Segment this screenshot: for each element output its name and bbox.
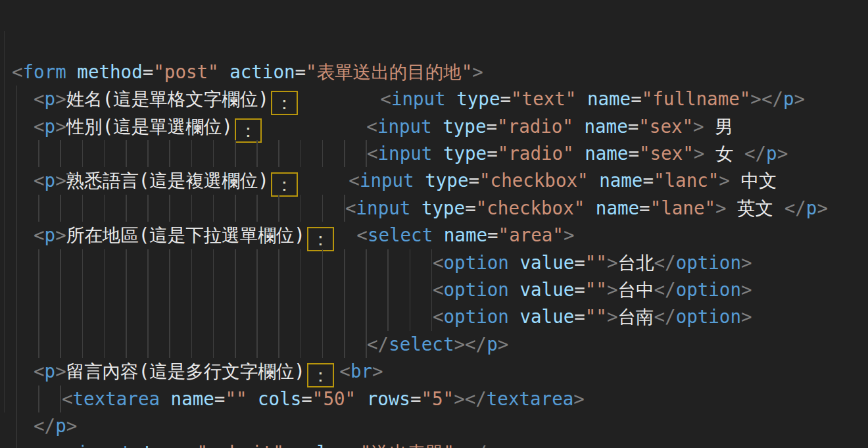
- indent-guides: [12, 222, 34, 249]
- token-attribute: name: [585, 197, 639, 218]
- token-punctuation: <: [34, 442, 45, 448]
- code-line-8[interactable]: <option value="">台北</option>: [12, 249, 868, 276]
- token-tag: p: [55, 415, 66, 436]
- spacer: [301, 86, 380, 112]
- token-punctuation: >: [55, 170, 66, 191]
- token-tag: br: [350, 361, 372, 382]
- token-tag: option: [444, 306, 509, 327]
- indent-guides: [12, 167, 34, 194]
- token-operator: =: [639, 197, 650, 218]
- token-string: "fullname": [642, 88, 751, 109]
- code-line-7[interactable]: <p>所在地區(這是下拉選單欄位)：<select name="area">: [12, 222, 868, 249]
- token-tag: textarea: [487, 388, 573, 409]
- token-operator: =: [628, 143, 639, 164]
- token-attribute: type: [432, 116, 487, 137]
- token-operator: =: [468, 170, 479, 191]
- code-line-6[interactable]: <input type="checkbox" name="lane"> 英文 <…: [12, 195, 868, 222]
- token-punctuation: >: [454, 334, 465, 355]
- indent-guides: [12, 303, 433, 330]
- token-string: "lanc": [654, 170, 719, 191]
- token-string: "sex": [639, 116, 693, 137]
- code-line-10[interactable]: <option value="">台南</option>: [12, 303, 868, 330]
- token-punctuation: >: [66, 415, 78, 436]
- token-tag: p: [45, 224, 56, 245]
- code-line-13[interactable]: <textarea name="" cols="50" rows="5"></t…: [12, 386, 868, 412]
- token-string: "": [225, 388, 247, 409]
- token-operator: =: [214, 388, 226, 409]
- token-string: "area": [498, 224, 564, 245]
- token-tag: select: [368, 224, 433, 245]
- token-punctuation: </: [465, 442, 487, 448]
- indent-guides: [12, 113, 34, 140]
- token-punctuation: >: [55, 361, 66, 382]
- token-punctuation: >: [715, 197, 727, 218]
- token-tag: p: [766, 143, 777, 164]
- code-line-2[interactable]: <p>姓名(這是單格文字欄位)：<input type="text" name=…: [12, 86, 868, 112]
- token-punctuation: </: [654, 279, 676, 300]
- token-text: 姓名(這是單格文字欄位): [66, 88, 269, 109]
- token-operator: =: [186, 442, 197, 448]
- token-string: "submit": [197, 442, 283, 448]
- token-operator: =: [574, 306, 585, 327]
- code-line-4[interactable]: <input type="radio" name="sex"> 女 </p>: [12, 140, 868, 167]
- token-punctuation: >: [55, 88, 66, 109]
- token-operator: =: [410, 388, 422, 409]
- token-string: "50": [312, 388, 356, 409]
- token-punctuation: >: [55, 116, 66, 137]
- token-punctuation: <: [345, 197, 356, 218]
- token-string: "checkbox": [476, 197, 585, 218]
- code-line-9[interactable]: <option value="">台中</option>: [12, 276, 868, 303]
- code-line-12[interactable]: <p>留言內容(這是多行文字欄位)：<br>: [12, 358, 868, 385]
- code-editor[interactable]: <form method="post" action="表單送出的目的地"><p…: [0, 0, 868, 448]
- indent-guides: [12, 358, 34, 385]
- indent-guides: [12, 386, 62, 412]
- token-attribute: type: [132, 442, 186, 448]
- token-operator: =: [486, 116, 497, 137]
- token-attribute: name: [433, 224, 487, 245]
- token-punctuation: <: [34, 361, 45, 382]
- code-line-14[interactable]: </p>: [12, 412, 868, 439]
- token-punctuation: </: [744, 143, 766, 164]
- token-string: "sex": [639, 143, 694, 164]
- indent-guides: [12, 276, 433, 303]
- token-tag: p: [487, 334, 498, 355]
- token-attribute: type: [414, 170, 469, 191]
- token-text: 熟悉語言(這是複選欄位): [66, 170, 269, 191]
- token-tag: select: [389, 334, 454, 355]
- token-string: "": [585, 252, 607, 273]
- indent-guides: [12, 140, 367, 167]
- token-punctuation: </: [654, 306, 676, 327]
- token-operator: =: [295, 61, 306, 82]
- token-punctuation: </: [34, 415, 55, 436]
- token-attribute: value: [509, 306, 574, 327]
- token-attribute: type: [410, 197, 465, 218]
- token-operator: =: [349, 442, 360, 448]
- token-punctuation: >: [694, 143, 705, 164]
- token-punctuation: >: [372, 361, 383, 382]
- token-text: 男: [704, 116, 733, 137]
- token-punctuation: >: [454, 442, 466, 448]
- token-attribute: cols: [247, 388, 302, 409]
- code-line-11[interactable]: </select></p>: [12, 331, 868, 358]
- token-attribute: type: [432, 143, 487, 164]
- unicode-highlight-box: ：: [307, 363, 335, 387]
- code-line-3[interactable]: <p>性別(這是單選欄位)：<input type="radio" name="…: [12, 113, 868, 140]
- token-string: "": [585, 279, 607, 300]
- token-punctuation: <: [66, 442, 78, 448]
- indent-guides: [12, 249, 433, 276]
- token-string: "text": [511, 88, 576, 109]
- indent-guide-line: [4, 31, 5, 412]
- token-punctuation: >: [794, 88, 806, 109]
- token-attribute: type: [446, 88, 500, 109]
- token-operator: =: [487, 143, 498, 164]
- code-line-1[interactable]: <form method="post" action="表單送出的目的地">: [12, 59, 868, 86]
- token-punctuation: <: [34, 170, 45, 191]
- token-punctuation: >: [472, 61, 483, 82]
- token-punctuation: >: [607, 306, 618, 327]
- token-text: 台中: [618, 279, 654, 300]
- unicode-highlight-box: ：: [307, 227, 335, 251]
- token-text: 中文: [730, 170, 777, 191]
- token-punctuation: </: [761, 88, 783, 109]
- code-line-15[interactable]: <p><input type="submit" value="送出表單"></p…: [12, 439, 868, 448]
- code-line-5[interactable]: <p>熟悉語言(這是複選欄位)：<input type="checkbox" n…: [12, 167, 868, 194]
